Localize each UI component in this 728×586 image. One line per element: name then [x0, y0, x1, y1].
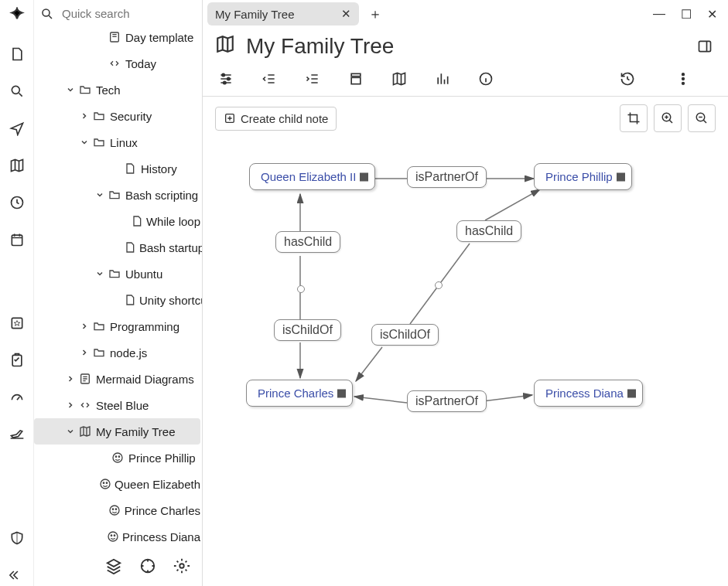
node-handle[interactable] — [627, 389, 636, 397]
new-tab-button[interactable]: ＋ — [368, 5, 382, 23]
zoom-in-button[interactable] — [654, 104, 682, 132]
shield-icon[interactable] — [6, 527, 28, 549]
tree-item[interactable]: Prince Phillip — [34, 445, 200, 471]
sliders-icon[interactable] — [215, 68, 237, 90]
caret-icon[interactable] — [77, 348, 91, 357]
svg-line-43 — [485, 189, 540, 220]
tree-item[interactable]: History — [34, 155, 200, 182]
edge-is-partner-of[interactable]: isPartnerOf — [407, 166, 487, 188]
svg-rect-29 — [351, 73, 361, 76]
tree-item[interactable]: Princess Diana — [34, 523, 200, 550]
create-child-note-button[interactable]: Create child note — [215, 107, 337, 131]
tree-item[interactable]: Linux — [34, 129, 200, 155]
window-close-button[interactable]: ✕ — [707, 7, 717, 22]
svg-point-32 — [682, 73, 685, 76]
svg-point-5 — [43, 9, 50, 16]
more-icon[interactable] — [672, 68, 694, 90]
tree-item[interactable]: Programming — [34, 313, 200, 339]
tree-item[interactable]: Mermaid Diagrams — [34, 366, 200, 392]
target-icon[interactable] — [137, 555, 159, 577]
edge-is-partner-of[interactable]: isPartnerOf — [407, 390, 487, 412]
folder-icon — [91, 110, 107, 122]
chart-icon[interactable] — [432, 68, 453, 90]
svg-point-27 — [227, 77, 230, 80]
window-maximize-button[interactable]: ☐ — [681, 7, 692, 22]
tree-item[interactable]: Queen Elizabeth — [34, 471, 200, 497]
tree-item[interactable]: Steel Blue — [34, 392, 200, 418]
tree-item[interactable]: Bash scripting — [34, 182, 200, 208]
caret-icon[interactable] — [63, 400, 77, 410]
tab-my-family-tree[interactable]: My Family Tree ✕ — [207, 2, 359, 26]
svg-line-47 — [483, 395, 532, 401]
calendar-icon[interactable] — [6, 229, 28, 250]
history-icon[interactable] — [6, 192, 28, 213]
search-icon — [40, 7, 54, 21]
tree-item[interactable]: Day template — [34, 24, 200, 50]
search-button[interactable] — [6, 80, 28, 102]
node-handle[interactable] — [617, 172, 625, 181]
caret-icon[interactable] — [93, 269, 107, 278]
map-view-icon[interactable] — [388, 68, 410, 90]
node-handle[interactable] — [337, 389, 346, 397]
favorite-icon[interactable] — [6, 312, 28, 334]
tree-item[interactable]: node.js — [34, 339, 200, 366]
svg-point-33 — [682, 78, 685, 80]
crop-button[interactable] — [620, 104, 648, 132]
node-prince-charles[interactable]: Prince Charles — [246, 380, 353, 407]
node-princess-diana[interactable]: Princess Diana — [534, 380, 643, 407]
node-label: Queen Elizabeth II — [261, 170, 356, 183]
caret-icon[interactable] — [77, 322, 91, 331]
graph-canvas[interactable]: Queen Elizabeth II Prince Phillip Prince… — [203, 140, 728, 586]
send-icon[interactable] — [6, 118, 28, 139]
history-icon[interactable] — [617, 68, 638, 90]
caret-icon[interactable] — [63, 85, 77, 94]
layers-icon[interactable] — [103, 555, 125, 577]
gear-icon[interactable] — [171, 555, 193, 577]
tree-item[interactable]: Bash startup — [34, 234, 200, 261]
edge-is-child-of[interactable]: isChildOf — [371, 324, 439, 346]
edge-is-child-of[interactable]: isChildOf — [274, 319, 341, 341]
tree-item-label: Linux — [110, 136, 138, 149]
svg-point-17 — [108, 532, 118, 541]
collapse-sidebar-button[interactable] — [6, 564, 28, 586]
tree-item[interactable]: Prince Charles — [34, 497, 200, 523]
tree-item-label: Prince Charles — [125, 504, 200, 517]
tree-item[interactable]: Today — [34, 50, 200, 77]
tree-item[interactable]: Security — [34, 103, 200, 129]
node-queen-elizabeth[interactable]: Queen Elizabeth II — [249, 163, 375, 190]
caret-icon[interactable] — [63, 374, 77, 383]
new-note-button[interactable] — [6, 43, 28, 65]
panel-toggle-button[interactable] — [694, 36, 716, 57]
zoom-out-button[interactable] — [688, 104, 716, 132]
indent-icon[interactable] — [302, 68, 323, 90]
caret-icon[interactable] — [77, 111, 91, 121]
svg-point-16 — [115, 509, 116, 509]
search-input[interactable] — [60, 6, 203, 21]
tree-item[interactable]: My Family Tree — [34, 418, 200, 445]
caret-icon[interactable] — [63, 427, 77, 436]
node-handle[interactable] — [360, 172, 368, 181]
tree-item[interactable]: While loop — [34, 208, 200, 234]
tab-label: My Family Tree — [215, 8, 295, 21]
edge-has-child[interactable]: hasChild — [456, 220, 521, 242]
map-icon[interactable] — [6, 155, 28, 176]
edge-has-child[interactable]: hasChild — [275, 231, 340, 253]
svg-point-24 — [179, 564, 184, 568]
gauge-icon[interactable] — [6, 387, 28, 408]
tree-item[interactable]: Tech — [34, 77, 200, 103]
takeoff-icon[interactable] — [6, 424, 28, 445]
caret-icon[interactable] — [77, 138, 91, 147]
stack-icon[interactable] — [345, 68, 367, 90]
clipboard-icon[interactable] — [6, 349, 28, 371]
edge-midpoint — [435, 281, 443, 289]
close-tab-button[interactable]: ✕ — [341, 7, 351, 21]
svg-line-46 — [354, 397, 407, 403]
outdent-icon[interactable] — [258, 68, 280, 90]
node-prince-phillip[interactable]: Prince Phillip — [534, 163, 632, 190]
caret-icon[interactable] — [93, 190, 107, 199]
info-icon[interactable] — [475, 68, 497, 90]
tree-item[interactable]: Unity shortcuts — [34, 287, 200, 313]
svg-rect-2 — [12, 235, 22, 245]
window-minimize-button[interactable]: — — [653, 7, 665, 22]
tree-item[interactable]: Ubuntu — [34, 261, 200, 287]
